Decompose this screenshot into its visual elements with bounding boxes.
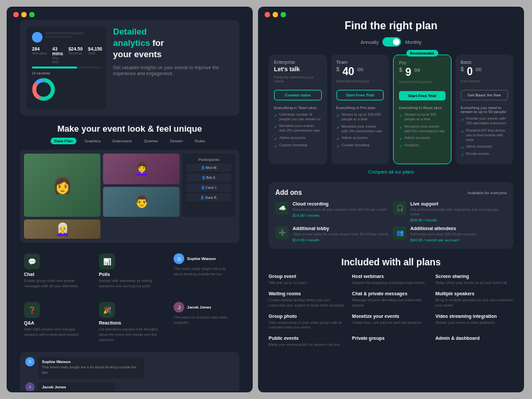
team-btn[interactable]: Start Free Trial	[336, 90, 384, 100]
billing-annually: Annually	[360, 40, 378, 45]
addon-recording-desc: Record and store all your sessions from …	[293, 207, 389, 212]
maximize-button[interactable]	[29, 12, 35, 17]
enterprise-feature-1: ✓ Unlimited number of people you can str…	[274, 112, 322, 122]
basic-btn[interactable]: Get Basic for free	[461, 90, 509, 100]
tab-graphics[interactable]: Graphics	[80, 138, 104, 144]
pro-amount: 9	[405, 66, 411, 78]
enterprise-feature-2: ✓ Monetize your events with 2% commissio…	[274, 124, 322, 133]
addons-subtitle: Available for everyone	[467, 191, 507, 195]
included-public-events: Public events Make your events public so…	[269, 336, 346, 348]
feature-text: Monetize your events with 2% commission …	[279, 124, 322, 133]
pro-feature-3: ✓ Admin accounts	[399, 136, 446, 141]
feature-text: Monetize your events with 2% commission …	[342, 124, 384, 134]
monetize-desc: Collect fees, sell add ons and sell sess…	[352, 321, 430, 326]
compare-link[interactable]: Compare all our plans	[269, 170, 513, 174]
enterprise-btn[interactable]: Contact sales	[274, 90, 322, 100]
feature-text: Admin accounts	[466, 144, 492, 149]
analytics-section: 284 Attendees 43 mins Avg. time $24.50 R…	[20, 20, 239, 116]
analytics-text: Detailedanalytics foryour events Get val…	[113, 27, 233, 77]
stat-total-label: Total	[88, 51, 102, 55]
feature-text: Analytics	[404, 143, 419, 148]
check-icon: ✓	[274, 124, 277, 129]
plan-pro: Recommended Pro $ 9 99 billed Monthly/ye…	[393, 55, 452, 164]
tab-stream[interactable]: Stream	[166, 138, 187, 144]
basic-suffix: 00	[475, 66, 481, 72]
check-icon: ✓	[461, 117, 464, 122]
team-amount: 40	[342, 66, 354, 77]
right-maximize-button[interactable]	[281, 12, 286, 17]
polls-desc: Interact with attendees by asking questi…	[99, 279, 161, 289]
toggle-switch[interactable]	[382, 37, 401, 47]
video-cell-2: 👩‍🦱	[103, 154, 180, 184]
host-webinars-desc: Support the engaging enterprise-style ev…	[352, 281, 430, 286]
group-photo-title: Group photo	[269, 314, 346, 319]
video-streaming-desc: Stream your event to other platforms	[436, 321, 513, 326]
pro-feature-1: ✓ Stream to up to 500 people at a time	[399, 112, 446, 122]
testimonial-avatar-2: J	[174, 302, 184, 313]
check-icon: ✓	[336, 136, 340, 141]
video-grid: 👩 👩‍🦱 Participants 👤 Alice M. 👤 Bob K. 👤…	[20, 150, 239, 243]
check-icon: ✓	[399, 136, 402, 141]
addon-lobby: ➕ Additional lobby Open a new lobby for …	[275, 226, 389, 242]
feature-text: Stream to up to 100,000 people at a time	[342, 112, 384, 122]
chat-bubble-sophie: Sophie Watson This event really taught m…	[38, 357, 144, 378]
team-note: billed Monthly/yearly	[336, 79, 384, 83]
feature-text: Admin accounts	[279, 136, 305, 140]
chat-text-sophie: This event really taught me a lot about …	[42, 365, 140, 375]
team-feature-1: ✓ Stream to up to 100,000 people at a ti…	[336, 112, 384, 122]
enterprise-features-title: Everything in Team plus:	[274, 106, 322, 110]
analytics-header	[32, 32, 101, 43]
addon-recording-price: $14.00 / month	[293, 213, 389, 217]
addon-support-name: Live support	[410, 201, 507, 206]
feature-text: Private events	[466, 152, 489, 156]
addon-support-info: Live support Get professional help with …	[410, 201, 507, 222]
pro-name: Pro	[399, 61, 446, 65]
feature-text: Custom branding	[279, 143, 307, 148]
team-feature-4: ✓ Custom branding	[336, 143, 384, 148]
team-suffix: 00	[357, 66, 363, 72]
feature-text: Stream to up to 500 people at a time	[404, 112, 446, 122]
minimize-button[interactable]	[21, 12, 27, 17]
additional-lobby-icon: ➕	[275, 226, 289, 239]
left-traffic-lights	[7, 7, 253, 20]
multiple-speakers-desc: Bring in multiple speakers or you can cu…	[436, 298, 513, 308]
team-features-title: Everything in Pro plus:	[336, 106, 384, 110]
chat-desc-inc: Message anyone attending your event with…	[352, 298, 430, 308]
included-video-streaming: Video streaming integration Stream your …	[436, 314, 513, 331]
reactions-desc: Let attendees express their thoughts abo…	[99, 327, 161, 342]
feature-text: Admin accounts	[342, 136, 368, 140]
tab-base[interactable]: Base Plan	[51, 138, 76, 144]
stat-total: $4,150	[88, 47, 102, 51]
sidebar-participant-3: 👤 Carol J.	[186, 184, 231, 192]
right-minimize-button[interactable]	[273, 12, 278, 17]
tab-queries[interactable]: Queries	[140, 138, 162, 144]
tab-extensions[interactable]: Extensions	[108, 138, 136, 144]
tab-rules[interactable]: Rules	[191, 138, 209, 144]
mini-bar-1	[32, 66, 101, 68]
reactions-title: Reactions	[99, 321, 161, 325]
feature-polls: 📊 Polls Interact with attendees by askin…	[95, 249, 165, 293]
polls-title: Polls	[99, 272, 161, 277]
chat-avatar-sophie: S	[25, 357, 35, 366]
analytics-avatar	[32, 32, 43, 43]
cloud-recording-icon: ☁️	[275, 201, 289, 215]
billing-toggle[interactable]: Annually Monthly	[269, 37, 513, 47]
unique-title: Make your event look & feel unique	[20, 124, 239, 134]
check-icon: ✓	[336, 144, 340, 148]
addon-attendees-info: Additional attendees Add more room from …	[410, 226, 507, 242]
right-close-button[interactable]	[265, 12, 270, 17]
pro-btn[interactable]: Start Free Trial	[399, 91, 446, 100]
included-section: Included with all plans Group event Talk…	[269, 257, 513, 347]
feature-testimonial: S Sophie Watson This event really taught…	[170, 249, 239, 293]
video-streaming-title: Video streaming integration	[436, 314, 513, 319]
stat-revenue-label: Revenue	[68, 51, 82, 55]
stats-row-1: 284 Attendees 43 mins Avg. time $24.50 R…	[32, 47, 101, 64]
check-icon: ✓	[336, 125, 340, 130]
pro-price: $ 9 99	[399, 66, 446, 78]
tabs-bar: Base Plan Graphics Extensions Queries St…	[20, 138, 239, 144]
pro-feature-2: ✓ Monetize your events with 5% commissio…	[399, 124, 446, 134]
included-monetize: Monetize your events Collect fees, sell …	[352, 314, 430, 331]
addon-support-desc: Get professional help with organizing an…	[410, 207, 507, 217]
chat-icon: 💬	[24, 253, 40, 269]
close-button[interactable]	[13, 12, 19, 17]
